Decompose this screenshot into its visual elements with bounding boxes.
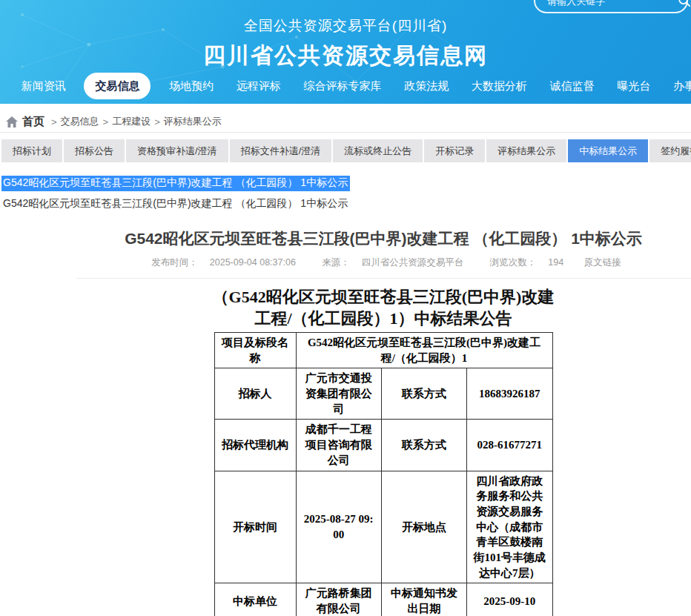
table-row: 招标代理机构 成都千一工程项目咨询有限公司 联系方式 028-61677271 xyxy=(214,420,552,471)
cell-notice-date-label: 中标通知书发出日期 xyxy=(381,583,466,616)
divider xyxy=(76,278,691,279)
breadcrumb-separator: > xyxy=(51,116,57,127)
breadcrumb: 首页 > 交易信息 > 工程建设 > 评标结果公示 xyxy=(0,111,691,133)
cell-winner-value: 广元路桥集团有限公司 xyxy=(296,583,381,616)
table-row: 招标人 广元市交通投资集团有限公司 联系方式 18683926187 xyxy=(214,368,552,420)
breadcrumb-home[interactable]: 首页 xyxy=(22,115,44,129)
tab-bidding-announcement[interactable]: 招标公告 xyxy=(64,139,125,162)
table-row: 中标单位 广元路桥集团有限公司 中标通知书发出日期 2025-09-10 xyxy=(214,583,552,616)
cell-tenderer-value: 广元市交通投资集团有限公司 xyxy=(296,368,381,420)
site-banner: 全国公共资源交易平台(四川省) 四川省公共资源交易信息网 首页 新闻资讯 交易信… xyxy=(0,0,691,104)
cell-agency-contact-value: 028-61677271 xyxy=(467,420,552,471)
nav-item-venue-booking[interactable]: 场地预约 xyxy=(165,73,218,99)
category-tabs: 招标计划 招标公告 资格预审补遗/澄清 招标文件补遗/澄清 流标或终止公告 开标… xyxy=(0,139,691,162)
publish-time: 发布时间：2025-09-04 08:37:06 xyxy=(145,257,302,268)
result-links: G542昭化区元坝至旺苍县三江段(巴中界)改建工程 （化工园段） 1中标公示 G… xyxy=(0,162,691,211)
cell-opening-place-value: 四川省政府政务服务和公共资源交易服务中心（成都市青羊区鼓楼南街101号丰德成达中… xyxy=(467,471,552,583)
award-result-table: 项目及标段名称 G542昭化区元坝至旺苍县三江段(巴中界)改建工程/（化工园段）… xyxy=(214,332,553,616)
result-link-selected[interactable]: G542昭化区元坝至旺苍县三江段(巴中界)改建工程 （化工园段） 1中标公示 xyxy=(1,176,350,191)
article-meta: 发布时间：2025-09-04 08:37:06 来源：四川省公共资源交易平台 … xyxy=(76,256,691,269)
tab-evaluation-result[interactable]: 评标结果公示 xyxy=(486,139,566,162)
table-row: 项目及标段名称 G542昭化区元坝至旺苍县三江段(巴中界)改建工程/（化工园段）… xyxy=(214,333,552,368)
source: 来源：四川省公共资源交易平台 xyxy=(316,257,469,268)
breadcrumb-separator: > xyxy=(154,116,160,127)
cell-opening-time-value: 2025-08-27 09:00 xyxy=(296,471,381,583)
breadcrumb-construction[interactable]: 工程建设 xyxy=(112,115,151,128)
cell-project-name-value: G542昭化区元坝至旺苍县三江段(巴中界)改建工程/（化工园段）1 xyxy=(296,333,552,368)
nav-item-exposure[interactable]: 曝光台 xyxy=(612,73,655,99)
main-nav: 首页 新闻资讯 交易信息 场地预约 远程评标 综合评标专家库 政策法规 大数据分… xyxy=(0,73,691,99)
nav-item-big-data[interactable]: 大数据分析 xyxy=(467,73,532,99)
nav-item-policies[interactable]: 政策法规 xyxy=(400,73,453,99)
nav-item-service-guide[interactable]: 办事指南 xyxy=(669,73,691,99)
platform-title: 全国公共资源交易平台(四川省) xyxy=(0,16,691,36)
tab-award-result[interactable]: 中标结果公示 xyxy=(568,139,648,162)
nav-item-expert-pool[interactable]: 综合评标专家库 xyxy=(299,73,386,99)
nav-item-home[interactable]: 首页 xyxy=(0,73,3,99)
cell-tenderer-label: 招标人 xyxy=(214,368,296,420)
nav-item-integrity[interactable]: 诚信监督 xyxy=(546,73,599,99)
original-link[interactable]: 原文链接 xyxy=(584,257,621,268)
view-count: 浏览次数：194 xyxy=(484,257,569,268)
nav-item-news[interactable]: 新闻资讯 xyxy=(17,73,70,99)
cell-opening-place-label: 开标地点 xyxy=(381,471,466,583)
breadcrumb-trade-info[interactable]: 交易信息 xyxy=(61,115,99,128)
tab-failed-terminated[interactable]: 流标或终止公告 xyxy=(333,139,423,162)
cell-project-name-label: 项目及标段名称 xyxy=(214,333,296,368)
tab-bidding-plan[interactable]: 招标计划 xyxy=(1,139,62,162)
breadcrumb-eval-result[interactable]: 评标结果公示 xyxy=(164,115,222,128)
nav-item-remote-evaluation[interactable]: 远程评标 xyxy=(232,73,285,99)
tab-contract-performance[interactable]: 签约履行 xyxy=(649,139,691,162)
cell-notice-date-value: 2025-09-10 xyxy=(467,583,552,616)
tab-prequalification-clarification[interactable]: 资格预审补遗/澄清 xyxy=(126,139,228,162)
cell-agency-value: 成都千一工程项目咨询有限公司 xyxy=(296,420,381,471)
cell-contact-label: 联系方式 xyxy=(381,368,466,420)
cell-agency-contact-label: 联系方式 xyxy=(381,420,466,471)
result-link[interactable]: G542昭化区元坝至旺苍县三江段(巴中界)改建工程 （化工园段） 1中标公示 xyxy=(1,197,691,211)
tab-document-clarification[interactable]: 招标文件补遗/澄清 xyxy=(230,139,332,162)
cell-winner-label: 中标单位 xyxy=(214,583,296,616)
table-row: 开标时间 2025-08-27 09:00 开标地点 四川省政府政务服务和公共资… xyxy=(214,471,552,583)
home-icon[interactable] xyxy=(6,116,18,127)
site-title: 四川省公共资源交易信息网 xyxy=(0,41,691,71)
page-title: G542昭化区元坝至旺苍县三江段(巴中界)改建工程 （化工园段） 1中标公示 xyxy=(76,228,691,249)
breadcrumb-separator: > xyxy=(103,116,109,127)
cell-contact-value: 18683926187 xyxy=(467,368,552,420)
document-heading: （G542昭化区元坝至旺苍县三江段(巴中界)改建工程/（化工园段）1）中标结果公… xyxy=(212,286,555,329)
cell-opening-time-label: 开标时间 xyxy=(214,471,296,583)
cell-agency-label: 招标代理机构 xyxy=(214,420,296,471)
article: G542昭化区元坝至旺苍县三江段(巴中界)改建工程 （化工园段） 1中标公示 发… xyxy=(76,228,691,616)
tab-opening-record[interactable]: 开标记录 xyxy=(424,139,485,162)
nav-item-trade-info[interactable]: 交易信息 xyxy=(84,73,151,99)
